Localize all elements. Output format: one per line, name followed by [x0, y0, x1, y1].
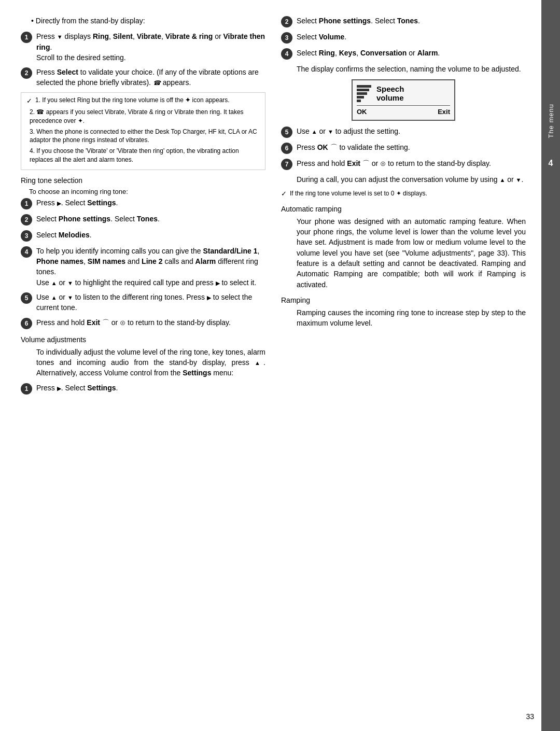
- right-step-circle-6: 6: [281, 143, 292, 154]
- vol-step-1: 1 Press ▶. Select Settings.: [21, 383, 265, 395]
- note-text-1: 1. If you select Ring but the ring tone …: [35, 96, 230, 105]
- ring-step-circle-2: 2: [21, 214, 32, 226]
- ring-step-circle-5: 5: [21, 292, 32, 304]
- call-note: ✓ If the ring tone volume level is set t…: [281, 189, 526, 199]
- display-screen-inner: Speech volume: [357, 85, 450, 102]
- confirm-para: The display confirms the selection, nami…: [297, 64, 526, 74]
- step-row-1: 1 Press ▼ displays Ring, Silent, Vibrate…: [21, 31, 265, 63]
- ring-step-content-3: Select Melodies.: [36, 230, 265, 240]
- display-footer: OK Exit: [357, 105, 450, 116]
- vol-bar-5: [357, 85, 371, 88]
- display-screen: Speech volume OK Exit: [352, 79, 455, 121]
- ring-step-content-1: Press ▶. Select Settings.: [36, 198, 265, 208]
- right-step-3: 3 Select Volume.: [281, 32, 526, 44]
- display-label-line1: Speech: [376, 85, 404, 93]
- call-note-check-icon: ✓: [281, 189, 287, 199]
- notes-block: ✓ 1. If you select Ring but the ring ton…: [21, 92, 265, 170]
- sidebar-tab-label: The menu: [547, 104, 555, 138]
- ring-step-content-5: Use ▲ or ▼ to listen to the different ri…: [36, 292, 265, 313]
- section1-title: Ring tone selection: [21, 176, 265, 185]
- ring-step-5: 5 Use ▲ or ▼ to listen to the different …: [21, 292, 265, 313]
- step-circle-2: 2: [21, 67, 32, 79]
- right-step-circle-5: 5: [281, 126, 292, 138]
- ring-step-content-4: To help you identify incoming calls you …: [36, 246, 265, 288]
- right-step-4: 4 Select Ring, Keys, Conversation or Ala…: [281, 48, 526, 60]
- left-column: • Directly from the stand-by display: 1 …: [21, 16, 265, 715]
- note-row-3: 3. When the phone is connected to either…: [26, 128, 260, 145]
- right-step-2: 2 Select Phone settings. Select Tones.: [281, 16, 526, 27]
- auto-ramping-para: Your phone was designed with an automati…: [297, 216, 526, 290]
- ring-step-content-2: Select Phone settings. Select Tones.: [36, 214, 265, 224]
- ring-step-1: 1 Press ▶. Select Settings.: [21, 198, 265, 209]
- right-step-circle-3: 3: [281, 32, 292, 44]
- display-label-line2: volume: [376, 93, 404, 102]
- right-step-circle-4: 4: [281, 48, 292, 60]
- step-content-2: Press Select to validate your choice. (I…: [36, 67, 265, 88]
- ring-step-circle-3: 3: [21, 230, 32, 242]
- page-number: 33: [526, 712, 534, 721]
- right-step-5: 5 Use ▲ or ▼ to adjust the setting.: [281, 126, 526, 138]
- display-label: Speech volume: [376, 85, 404, 102]
- ring-step-6: 6 Press and hold Exit ⌒ or ⊙ to return t…: [21, 317, 265, 329]
- right-step-circle-2: 2: [281, 16, 292, 27]
- note-text-2: 2. ☎ appears if you select Vibrate, Vibr…: [30, 108, 260, 125]
- ramping-para: Ramping causes the incoming ring tone to…: [297, 307, 526, 329]
- display-ok-label: OK: [357, 108, 367, 116]
- note-row-4: 4. If you choose the 'Vibrate' or 'Vibra…: [26, 147, 260, 164]
- right-step-content-3: Select Volume.: [297, 32, 526, 42]
- section1-sub: To choose an incoming ring tone:: [29, 188, 265, 195]
- vol-bar-1: [357, 100, 361, 102]
- step-content-1: Press ▼ displays Ring, Silent, Vibrate, …: [36, 31, 265, 63]
- vol-bar-4: [357, 89, 369, 91]
- right-column: 2 Select Phone settings. Select Tones. 3…: [281, 16, 526, 715]
- right-step-content-4: Select Ring, Keys, Conversation or Alarm…: [297, 48, 526, 58]
- ring-step-circle-1: 1: [21, 198, 32, 209]
- step-row-2: 2 Press Select to validate your choice. …: [21, 67, 265, 88]
- section2-title: Volume adjustments: [21, 335, 265, 344]
- ring-step-4: 4 To help you identify incoming calls yo…: [21, 246, 265, 288]
- ring-step-circle-6: 6: [21, 318, 32, 329]
- right-step-6: 6 Press OK ⌒ to validate the setting.: [281, 142, 526, 154]
- call-note-text: If the ring tone volume level is set to …: [290, 189, 427, 198]
- section2-para: To individually adjust the volume level …: [36, 347, 265, 378]
- bullet-dot: •: [31, 17, 36, 25]
- ring-step-3: 3 Select Melodies.: [21, 230, 265, 242]
- step-circle-1: 1: [21, 32, 32, 43]
- right-step-content-6: Press OK ⌒ to validate the setting.: [297, 142, 526, 152]
- top-bullet: • Directly from the stand-by display:: [31, 16, 265, 26]
- ring-step-content-6: Press and hold Exit ⌒ or ⊙ to return to …: [36, 317, 265, 328]
- ramping-title: Ramping: [281, 296, 526, 304]
- right-step-circle-7: 7: [281, 159, 292, 170]
- note-row-1: ✓ 1. If you select Ring but the ring ton…: [26, 96, 260, 106]
- right-step-7: 7 Press and hold Exit ⌒ or ⊙ to return t…: [281, 158, 526, 170]
- vol-bar-2: [357, 96, 364, 99]
- sidebar-tab: The menu 4: [541, 0, 560, 731]
- volume-bars: [357, 85, 371, 102]
- vol-bar-3: [357, 92, 367, 95]
- vol-step-content-1: Press ▶. Select Settings.: [36, 383, 265, 393]
- note-text-3: 3. When the phone is connected to either…: [30, 128, 260, 145]
- right-step-content-2: Select Phone settings. Select Tones.: [297, 16, 526, 26]
- note-row-2: 2. ☎ appears if you select Vibrate, Vibr…: [26, 108, 260, 125]
- right-step-content-5: Use ▲ or ▼ to adjust the setting.: [297, 126, 526, 136]
- vol-step-circle-1: 1: [21, 383, 32, 395]
- call-para: During a call, you can adjust the conver…: [297, 174, 526, 185]
- sidebar-number-box: 4: [541, 154, 560, 173]
- ring-step-2: 2 Select Phone settings. Select Tones.: [21, 214, 265, 226]
- note-check-icon-1: ✓: [26, 96, 32, 106]
- right-step-content-7: Press and hold Exit ⌒ or ⊙ to return to …: [297, 158, 526, 168]
- ring-step-circle-4: 4: [21, 246, 32, 258]
- auto-ramping-title: Automatic ramping: [281, 205, 526, 213]
- note-text-4: 4. If you choose the 'Vibrate' or 'Vibra…: [30, 147, 260, 164]
- top-bullet-text: Directly from the stand-by display:: [36, 17, 145, 25]
- display-exit-label: Exit: [438, 108, 450, 116]
